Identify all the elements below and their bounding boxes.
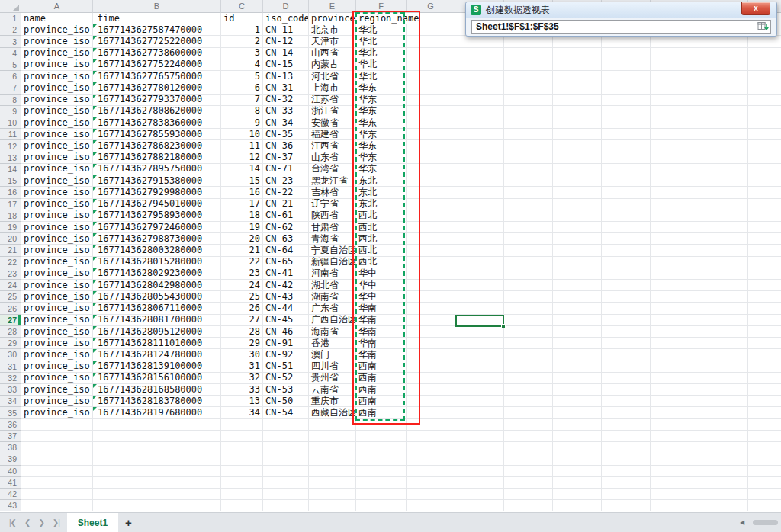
cell-N24[interactable] xyxy=(748,280,781,291)
cell-F5[interactable]: 华北 xyxy=(356,59,407,71)
cell-H36[interactable] xyxy=(455,419,504,431)
cell-N6[interactable] xyxy=(748,71,781,82)
cell-L37[interactable] xyxy=(651,431,699,442)
cell-E23[interactable]: 河南省 xyxy=(309,268,356,280)
cell-A42[interactable] xyxy=(21,489,93,500)
cell-G30[interactable] xyxy=(407,349,455,361)
cell-I3[interactable] xyxy=(504,36,553,47)
cell-L9[interactable] xyxy=(651,106,699,117)
cell-M26[interactable] xyxy=(699,303,748,314)
cell-I8[interactable] xyxy=(504,95,553,106)
cell-M20[interactable] xyxy=(699,233,748,245)
row-header-17[interactable]: 17 xyxy=(0,199,21,210)
cell-K7[interactable] xyxy=(602,82,651,94)
cell-K17[interactable] xyxy=(602,199,651,210)
cell-G4[interactable] xyxy=(407,48,455,59)
cell-M5[interactable] xyxy=(699,59,748,71)
cell-D29[interactable]: CN-91 xyxy=(263,338,309,349)
cell-H41[interactable] xyxy=(455,477,504,489)
cell-J26[interactable] xyxy=(553,303,602,314)
col-header-B[interactable]: B xyxy=(93,0,221,13)
cell-F4[interactable]: 华北 xyxy=(356,48,407,59)
cell-K4[interactable] xyxy=(602,48,651,59)
cell-F2[interactable]: 华北 xyxy=(356,24,407,36)
cell-L19[interactable] xyxy=(651,222,699,233)
cell-N21[interactable] xyxy=(748,245,781,256)
cell-G14[interactable] xyxy=(407,164,455,175)
cell-I4[interactable] xyxy=(504,48,553,59)
cell-M38[interactable] xyxy=(699,442,748,453)
cell-G18[interactable] xyxy=(407,210,455,222)
cell-H32[interactable] xyxy=(455,373,504,384)
cell-L13[interactable] xyxy=(651,152,699,164)
cell-I41[interactable] xyxy=(504,477,553,489)
cell-M29[interactable] xyxy=(699,338,748,349)
cell-N32[interactable] xyxy=(748,373,781,384)
cell-F43[interactable] xyxy=(356,500,407,511)
cell-J23[interactable] xyxy=(553,268,602,280)
cell-D34[interactable]: CN-50 xyxy=(263,396,309,407)
cell-K9[interactable] xyxy=(602,106,651,117)
cell-E3[interactable]: 天津市 xyxy=(309,36,356,47)
cell-C23[interactable]: 23 xyxy=(221,268,263,280)
row-header-11[interactable]: 11 xyxy=(0,129,21,140)
cell-B32[interactable]: 1677143628156100000 xyxy=(93,373,221,384)
cell-E34[interactable]: 重庆市 xyxy=(309,396,356,407)
cell-J20[interactable] xyxy=(553,233,602,245)
col-header-E[interactable]: E xyxy=(309,0,356,13)
row-header-1[interactable]: 1 xyxy=(0,13,21,24)
cell-E10[interactable]: 安徽省 xyxy=(309,117,356,129)
cell-N23[interactable] xyxy=(748,268,781,280)
cell-K16[interactable] xyxy=(602,187,651,198)
cell-H14[interactable] xyxy=(455,164,504,175)
cell-I15[interactable] xyxy=(504,175,553,187)
cell-L21[interactable] xyxy=(651,245,699,256)
cell-M14[interactable] xyxy=(699,164,748,175)
row-header-31[interactable]: 31 xyxy=(0,361,21,373)
cell-N25[interactable] xyxy=(748,291,781,303)
cell-K21[interactable] xyxy=(602,245,651,256)
cell-M7[interactable] xyxy=(699,82,748,94)
cell-E36[interactable] xyxy=(309,419,356,431)
cell-E41[interactable] xyxy=(309,477,356,489)
cell-H35[interactable] xyxy=(455,407,504,418)
cell-I23[interactable] xyxy=(504,268,553,280)
cell-C18[interactable]: 18 xyxy=(221,210,263,222)
cell-D8[interactable]: CN-32 xyxy=(263,95,309,106)
cell-H13[interactable] xyxy=(455,152,504,164)
cell-A23[interactable]: province_iso xyxy=(21,268,93,280)
cell-I9[interactable] xyxy=(504,106,553,117)
row-header-40[interactable]: 40 xyxy=(0,466,21,477)
cell-M11[interactable] xyxy=(699,129,748,140)
cell-N14[interactable] xyxy=(748,164,781,175)
cell-B42[interactable] xyxy=(93,489,221,500)
cell-E2[interactable]: 北京市 xyxy=(309,24,356,36)
cell-E16[interactable]: 吉林省 xyxy=(309,187,356,198)
cell-L10[interactable] xyxy=(651,117,699,129)
cell-D7[interactable]: CN-31 xyxy=(263,82,309,94)
cell-K23[interactable] xyxy=(602,268,651,280)
cell-H18[interactable] xyxy=(455,210,504,222)
cell-M12[interactable] xyxy=(699,140,748,152)
next-sheet-icon[interactable]: ❯ xyxy=(38,518,43,527)
cell-D14[interactable]: CN-71 xyxy=(263,164,309,175)
cell-G23[interactable] xyxy=(407,268,455,280)
cell-G10[interactable] xyxy=(407,117,455,129)
cell-B31[interactable]: 1677143628139100000 xyxy=(93,361,221,373)
cell-C10[interactable]: 9 xyxy=(221,117,263,129)
cell-B21[interactable]: 1677143628003280000 xyxy=(93,245,221,256)
cell-E15[interactable]: 黑龙江省 xyxy=(309,175,356,187)
cell-N10[interactable] xyxy=(748,117,781,129)
cell-H5[interactable] xyxy=(455,59,504,71)
cell-G36[interactable] xyxy=(407,419,455,431)
cell-M10[interactable] xyxy=(699,117,748,129)
cell-G7[interactable] xyxy=(407,82,455,94)
cell-E17[interactable]: 辽宁省 xyxy=(309,199,356,210)
cell-F27[interactable]: 华南 xyxy=(356,315,407,326)
row-header-23[interactable]: 23 xyxy=(0,268,21,280)
cell-A12[interactable]: province_iso xyxy=(21,140,93,152)
row-header-21[interactable]: 21 xyxy=(0,245,21,256)
cell-A31[interactable]: province_iso xyxy=(21,361,93,373)
cell-G17[interactable] xyxy=(407,199,455,210)
cell-A21[interactable]: province_iso xyxy=(21,245,93,256)
